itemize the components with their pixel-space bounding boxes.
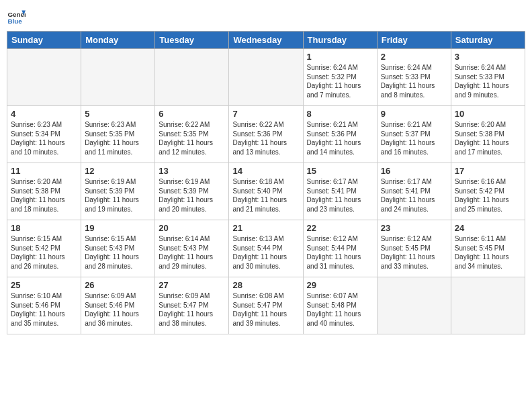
calendar-cell: 26Sunrise: 6:09 AM Sunset: 5:46 PM Dayli… [81, 277, 155, 334]
calendar-cell: 20Sunrise: 6:14 AM Sunset: 5:43 PM Dayli… [155, 220, 229, 277]
day-number: 25 [11, 280, 77, 290]
day-number: 17 [455, 166, 521, 176]
calendar-cell: 9Sunrise: 6:21 AM Sunset: 5:37 PM Daylig… [377, 106, 451, 163]
calendar-header-row: SundayMondayTuesdayWednesdayThursdayFrid… [7, 32, 525, 49]
day-number: 21 [232, 223, 299, 233]
calendar-cell: 4Sunrise: 6:23 AM Sunset: 5:34 PM Daylig… [7, 106, 81, 163]
day-number: 2 [381, 52, 447, 62]
day-number: 11 [11, 166, 77, 176]
calendar-cell: 22Sunrise: 6:12 AM Sunset: 5:44 PM Dayli… [303, 220, 377, 277]
cell-info: Sunrise: 6:24 AM Sunset: 5:33 PM Dayligh… [455, 63, 521, 99]
cell-info: Sunrise: 6:09 AM Sunset: 5:47 PM Dayligh… [159, 291, 225, 328]
cell-info: Sunrise: 6:17 AM Sunset: 5:41 PM Dayligh… [381, 177, 447, 214]
day-number: 22 [307, 223, 373, 233]
calendar-cell: 27Sunrise: 6:09 AM Sunset: 5:47 PM Dayli… [155, 277, 229, 334]
week-row-1: 1Sunrise: 6:24 AM Sunset: 5:32 PM Daylig… [7, 49, 525, 106]
day-number: 9 [381, 109, 447, 119]
week-row-3: 11Sunrise: 6:20 AM Sunset: 5:38 PM Dayli… [7, 163, 525, 220]
day-number: 13 [159, 166, 225, 176]
calendar-cell: 1Sunrise: 6:24 AM Sunset: 5:32 PM Daylig… [303, 49, 377, 106]
calendar-cell: 8Sunrise: 6:21 AM Sunset: 5:36 PM Daylig… [303, 106, 377, 163]
calendar-cell [229, 49, 303, 106]
calendar-cell: 25Sunrise: 6:10 AM Sunset: 5:46 PM Dayli… [7, 277, 81, 334]
calendar-cell [7, 49, 81, 106]
day-number: 5 [85, 109, 151, 119]
calendar-cell: 14Sunrise: 6:18 AM Sunset: 5:40 PM Dayli… [229, 163, 303, 220]
calendar-table: SundayMondayTuesdayWednesdayThursdayFrid… [7, 31, 525, 334]
cell-info: Sunrise: 6:23 AM Sunset: 5:35 PM Dayligh… [85, 120, 151, 156]
calendar-cell: 12Sunrise: 6:19 AM Sunset: 5:39 PM Dayli… [81, 163, 155, 220]
day-number: 3 [455, 52, 521, 62]
day-number: 29 [307, 280, 373, 290]
cell-info: Sunrise: 6:21 AM Sunset: 5:36 PM Dayligh… [307, 120, 373, 156]
calendar-cell: 15Sunrise: 6:17 AM Sunset: 5:41 PM Dayli… [303, 163, 377, 220]
cell-info: Sunrise: 6:23 AM Sunset: 5:34 PM Dayligh… [11, 120, 77, 156]
calendar-cell: 19Sunrise: 6:15 AM Sunset: 5:43 PM Dayli… [81, 220, 155, 277]
cell-info: Sunrise: 6:07 AM Sunset: 5:48 PM Dayligh… [307, 291, 373, 328]
cell-info: Sunrise: 6:19 AM Sunset: 5:39 PM Dayligh… [159, 177, 225, 214]
cell-info: Sunrise: 6:24 AM Sunset: 5:33 PM Dayligh… [381, 63, 447, 99]
cell-info: Sunrise: 6:12 AM Sunset: 5:44 PM Dayligh… [307, 234, 373, 271]
cell-info: Sunrise: 6:19 AM Sunset: 5:39 PM Dayligh… [85, 177, 151, 214]
calendar-cell: 18Sunrise: 6:15 AM Sunset: 5:42 PM Dayli… [7, 220, 81, 277]
day-number: 27 [159, 280, 225, 290]
cell-info: Sunrise: 6:16 AM Sunset: 5:42 PM Dayligh… [455, 177, 521, 214]
calendar-cell: 5Sunrise: 6:23 AM Sunset: 5:35 PM Daylig… [81, 106, 155, 163]
day-number: 1 [307, 52, 373, 62]
cell-info: Sunrise: 6:20 AM Sunset: 5:38 PM Dayligh… [11, 177, 77, 214]
cell-info: Sunrise: 6:22 AM Sunset: 5:36 PM Dayligh… [232, 120, 299, 156]
cell-info: Sunrise: 6:20 AM Sunset: 5:38 PM Dayligh… [455, 120, 521, 156]
calendar-cell: 7Sunrise: 6:22 AM Sunset: 5:36 PM Daylig… [229, 106, 303, 163]
day-number: 23 [381, 223, 447, 233]
calendar-cell [377, 277, 451, 334]
day-number: 28 [232, 280, 299, 290]
cell-info: Sunrise: 6:09 AM Sunset: 5:46 PM Dayligh… [85, 291, 151, 328]
cell-info: Sunrise: 6:17 AM Sunset: 5:41 PM Dayligh… [307, 177, 373, 214]
day-header-friday: Friday [377, 32, 451, 49]
day-number: 14 [232, 166, 299, 176]
calendar-cell: 17Sunrise: 6:16 AM Sunset: 5:42 PM Dayli… [451, 163, 525, 220]
day-number: 12 [85, 166, 151, 176]
svg-text:Blue: Blue [7, 17, 22, 25]
day-number: 7 [232, 109, 299, 119]
day-number: 4 [11, 109, 77, 119]
cell-info: Sunrise: 6:24 AM Sunset: 5:32 PM Dayligh… [307, 63, 373, 99]
cell-info: Sunrise: 6:15 AM Sunset: 5:43 PM Dayligh… [85, 234, 151, 271]
cell-info: Sunrise: 6:12 AM Sunset: 5:45 PM Dayligh… [381, 234, 447, 271]
day-number: 20 [159, 223, 225, 233]
cell-info: Sunrise: 6:11 AM Sunset: 5:45 PM Dayligh… [455, 234, 521, 271]
calendar-cell [81, 49, 155, 106]
day-header-monday: Monday [81, 32, 155, 49]
day-header-thursday: Thursday [303, 32, 377, 49]
cell-info: Sunrise: 6:22 AM Sunset: 5:35 PM Dayligh… [159, 120, 225, 156]
calendar-cell: 2Sunrise: 6:24 AM Sunset: 5:33 PM Daylig… [377, 49, 451, 106]
cell-info: Sunrise: 6:14 AM Sunset: 5:43 PM Dayligh… [159, 234, 225, 271]
day-number: 16 [381, 166, 447, 176]
calendar-cell: 6Sunrise: 6:22 AM Sunset: 5:35 PM Daylig… [155, 106, 229, 163]
calendar-cell: 21Sunrise: 6:13 AM Sunset: 5:44 PM Dayli… [229, 220, 303, 277]
day-header-wednesday: Wednesday [229, 32, 303, 49]
day-number: 19 [85, 223, 151, 233]
calendar-cell: 23Sunrise: 6:12 AM Sunset: 5:45 PM Dayli… [377, 220, 451, 277]
calendar-cell [451, 277, 525, 334]
cell-info: Sunrise: 6:21 AM Sunset: 5:37 PM Dayligh… [381, 120, 447, 156]
calendar-cell [155, 49, 229, 106]
page-header: General Blue [7, 7, 525, 26]
calendar-cell: 13Sunrise: 6:19 AM Sunset: 5:39 PM Dayli… [155, 163, 229, 220]
calendar-cell: 28Sunrise: 6:08 AM Sunset: 5:47 PM Dayli… [229, 277, 303, 334]
day-header-saturday: Saturday [451, 32, 525, 49]
cell-info: Sunrise: 6:18 AM Sunset: 5:40 PM Dayligh… [232, 177, 299, 214]
day-header-sunday: Sunday [7, 32, 81, 49]
calendar-cell: 10Sunrise: 6:20 AM Sunset: 5:38 PM Dayli… [451, 106, 525, 163]
cell-info: Sunrise: 6:13 AM Sunset: 5:44 PM Dayligh… [232, 234, 299, 271]
cell-info: Sunrise: 6:08 AM Sunset: 5:47 PM Dayligh… [232, 291, 299, 328]
calendar-cell: 16Sunrise: 6:17 AM Sunset: 5:41 PM Dayli… [377, 163, 451, 220]
week-row-5: 25Sunrise: 6:10 AM Sunset: 5:46 PM Dayli… [7, 277, 525, 334]
day-header-tuesday: Tuesday [155, 32, 229, 49]
logo-icon: General Blue [7, 7, 26, 26]
week-row-2: 4Sunrise: 6:23 AM Sunset: 5:34 PM Daylig… [7, 106, 525, 163]
cell-info: Sunrise: 6:10 AM Sunset: 5:46 PM Dayligh… [11, 291, 77, 328]
day-number: 24 [455, 223, 521, 233]
calendar-cell: 3Sunrise: 6:24 AM Sunset: 5:33 PM Daylig… [451, 49, 525, 106]
day-number: 26 [85, 280, 151, 290]
